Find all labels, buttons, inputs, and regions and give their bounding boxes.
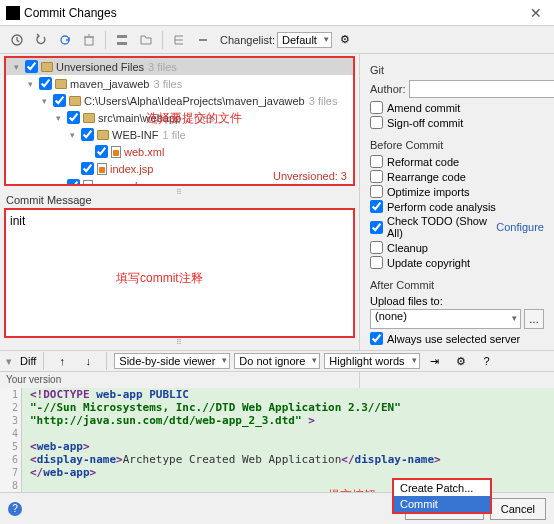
changelist-label: Changelist: [220,34,275,46]
diff-code-area[interactable]: 12345678 <!DOCTYPE web-app PUBLIC "-//Su… [0,388,554,492]
changelist-settings-icon[interactable]: ⚙ [334,29,356,51]
titlebar: Commit Changes ✕ [0,0,554,26]
app-icon [6,6,20,20]
collapse-icon[interactable] [192,29,214,51]
tree-node-label: src\main\webapp [98,112,181,124]
tree-checkbox[interactable] [95,145,108,158]
group-icon[interactable] [111,29,133,51]
before-commit-label: Rearrange code [387,171,466,183]
code-line: "-//Sun Microsystems, Inc.//DTD Web Appl… [30,401,550,414]
always-use-label: Always use selected server [387,333,520,345]
changelist-combo[interactable]: Default [277,32,332,48]
create-patch-option[interactable]: Create Patch... [394,480,490,496]
commit-option[interactable]: Commit [394,496,490,512]
commit-dropdown: Create Patch... Commit [392,478,492,514]
diff-highlight-combo[interactable]: Highlight words [324,353,419,369]
before-commit-checkbox[interactable] [370,200,383,213]
tree-node-label: maven_javaweb [70,78,150,90]
diff-help-icon[interactable]: ? [476,350,498,372]
close-icon[interactable]: ✕ [524,5,548,21]
tree-node-label: pom.xml [96,180,138,185]
after-commit-title: After Commit [370,279,544,291]
tree-row[interactable]: ▾WEB-INF1 file [6,126,353,143]
tree-checkbox[interactable] [81,128,94,141]
grip-icon[interactable]: ⠿ [0,338,359,342]
tree-node-label: C:\Users\Alpha\IdeaProjects\maven_javawe… [84,95,305,107]
diff-next-icon[interactable]: ↓ [77,350,99,372]
history-icon[interactable] [6,29,28,51]
code-line: <!DOCTYPE web-app PUBLIC [30,388,550,401]
upload-label: Upload files to: [370,295,544,307]
help-icon[interactable]: ? [8,502,22,516]
upload-combo[interactable]: (none) [370,309,521,329]
tree-node-count: 3 files [154,78,183,90]
diff-twisty-icon[interactable]: ▾ [6,355,16,368]
diff-collapse-icon[interactable]: ⇥ [424,350,446,372]
signoff-checkbox[interactable] [370,116,383,129]
tree-node-count: 3 files [309,95,338,107]
code-line: "http://java.sun.com/dtd/web-app_2_3.dtd… [30,414,550,427]
diff-viewer-combo[interactable]: Side-by-side viewer [114,353,230,369]
commit-message-label: Commit Message [0,192,359,208]
svg-rect-3 [117,42,127,45]
author-label: Author: [370,83,405,95]
tree-row[interactable]: web.xml [6,143,353,160]
diff-ignore-combo[interactable]: Do not ignore [234,353,320,369]
group-dir-icon[interactable] [135,29,157,51]
twisty-icon[interactable]: ▾ [38,96,50,106]
delete-icon[interactable] [78,29,100,51]
author-input[interactable] [409,80,554,98]
twisty-icon[interactable]: ▾ [24,79,36,89]
svg-rect-1 [85,37,93,45]
tree-checkbox[interactable] [39,77,52,90]
twisty-icon[interactable]: ▾ [10,62,22,72]
before-commit-checkbox[interactable] [370,185,383,198]
before-commit-label: Check TODO (Show All) [387,215,490,239]
tree-row[interactable]: ▾src\main\webapp2 files [6,109,353,126]
tree-root[interactable]: ▾ Unversioned Files 3 files [6,58,353,75]
code-line: <display-name>Archetype Created Web Appl… [30,453,550,466]
file-icon [83,180,93,185]
toolbar: Changelist: Default ⚙ [0,26,554,54]
tree-checkbox[interactable] [53,94,66,107]
tree-checkbox[interactable] [67,179,80,184]
configure-link[interactable]: Configure [496,221,544,233]
git-section-title: Git [370,64,544,76]
file-tree-panel: ▾ Unversioned Files 3 files ▾maven_javaw… [4,56,355,186]
before-commit-label: Reformat code [387,156,459,168]
before-commit-checkbox[interactable] [370,155,383,168]
tree-row[interactable]: ▾C:\Users\Alpha\IdeaProjects\maven_javaw… [6,92,353,109]
always-use-checkbox[interactable] [370,332,383,345]
folder-icon [41,62,53,72]
tree-checkbox[interactable] [25,60,38,73]
revert-icon[interactable] [30,29,52,51]
tree-checkbox[interactable] [67,111,80,124]
window-title: Commit Changes [24,6,117,20]
before-commit-checkbox[interactable] [370,256,383,269]
refresh-icon[interactable] [54,29,76,51]
tree-node-label: web.xml [124,146,164,158]
line-gutter: 12345678 [0,388,22,492]
your-version-label: Your version [6,374,61,385]
diff-prev-icon[interactable]: ↑ [51,350,73,372]
expand-icon[interactable] [168,29,190,51]
before-commit-checkbox[interactable] [370,170,383,183]
before-commit-checkbox[interactable] [370,221,383,234]
before-commit-checkbox[interactable] [370,241,383,254]
tree-node-label: Unversioned Files [56,61,144,73]
signoff-label: Sign-off commit [387,117,463,129]
twisty-icon[interactable]: ▾ [66,130,78,140]
tree-node-count: 1 file [162,129,185,141]
upload-more-button[interactable]: … [524,309,544,329]
diff-section-label: Diff [20,355,36,367]
tree-checkbox[interactable] [81,162,94,175]
commit-message-input[interactable] [6,210,353,336]
before-commit-label: Update copyright [387,257,470,269]
twisty-icon[interactable]: ▾ [52,113,64,123]
file-tree[interactable]: ▾ Unversioned Files 3 files ▾maven_javaw… [6,58,353,184]
amend-checkbox[interactable] [370,101,383,114]
cancel-button[interactable]: Cancel [490,498,546,520]
diff-settings-icon[interactable]: ⚙ [450,350,472,372]
tree-row[interactable]: ▾maven_javaweb3 files [6,75,353,92]
diff-toolbar: ▾ Diff ↑ ↓ Side-by-side viewer Do not ig… [0,350,554,372]
